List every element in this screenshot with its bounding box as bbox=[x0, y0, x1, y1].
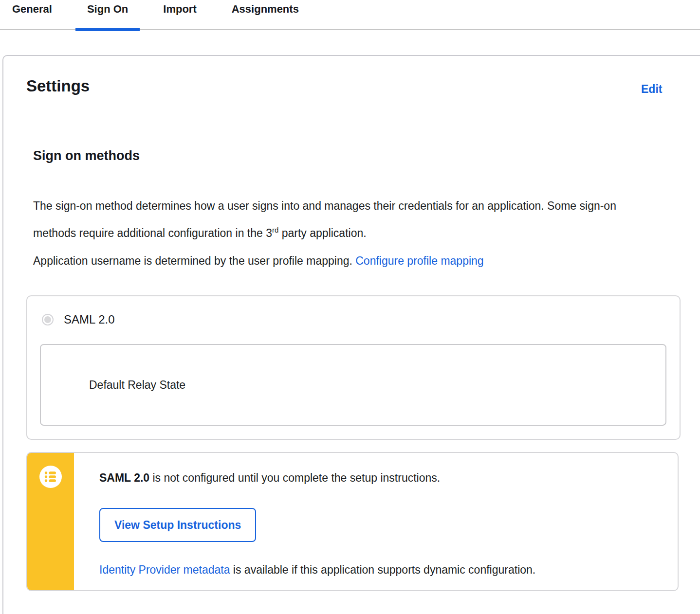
configure-profile-mapping-link[interactable]: Configure profile mapping bbox=[355, 254, 483, 267]
relay-state-fieldset: Default Relay State bbox=[40, 344, 666, 426]
metadata-note-text: is available if this application support… bbox=[230, 563, 535, 576]
warning-message-bold: SAML 2.0 bbox=[99, 471, 149, 484]
settings-card: Settings Edit Sign on methods The sign-o… bbox=[2, 55, 700, 614]
list-icon bbox=[39, 466, 62, 488]
username-mapping-text: Application username is determined by th… bbox=[33, 254, 355, 267]
tab-assignments[interactable]: Assignments bbox=[220, 0, 311, 30]
saml-radio-button[interactable] bbox=[42, 314, 54, 325]
warning-message-text: is not configured until you complete the… bbox=[149, 471, 440, 484]
view-setup-instructions-button[interactable]: View Setup Instructions bbox=[99, 508, 256, 542]
identity-provider-metadata-link[interactable]: Identity Provider metadata bbox=[99, 563, 230, 576]
page-title: Settings bbox=[26, 77, 90, 95]
description-text-end: party application. bbox=[278, 227, 366, 239]
warning-content: SAML 2.0 is not configured until you com… bbox=[74, 453, 678, 590]
metadata-note: Identity Provider metadata is available … bbox=[99, 562, 658, 577]
saml-radio-row: SAML 2.0 bbox=[42, 313, 115, 326]
saml-warning-banner: SAML 2.0 is not configured until you com… bbox=[26, 452, 679, 591]
sign-on-method-description: The sign-on method determines how a user… bbox=[33, 194, 632, 245]
tab-sign-on[interactable]: Sign On bbox=[75, 0, 140, 30]
saml-method-box: SAML 2.0 Default Relay State bbox=[26, 295, 681, 440]
sign-on-methods-heading: Sign on methods bbox=[33, 148, 140, 163]
app-tab-bar: General Sign On Import Assignments bbox=[0, 0, 700, 30]
ordinal-superscript: rd bbox=[272, 226, 278, 234]
warning-strip bbox=[27, 453, 74, 590]
tab-import[interactable]: Import bbox=[151, 0, 208, 30]
username-mapping-description: Application username is determined by th… bbox=[33, 253, 666, 268]
tab-general[interactable]: General bbox=[0, 0, 64, 30]
edit-button[interactable]: Edit bbox=[641, 83, 662, 96]
saml-radio-label: SAML 2.0 bbox=[64, 313, 115, 326]
warning-message: SAML 2.0 is not configured until you com… bbox=[99, 470, 658, 485]
default-relay-state-label: Default Relay State bbox=[89, 379, 185, 392]
